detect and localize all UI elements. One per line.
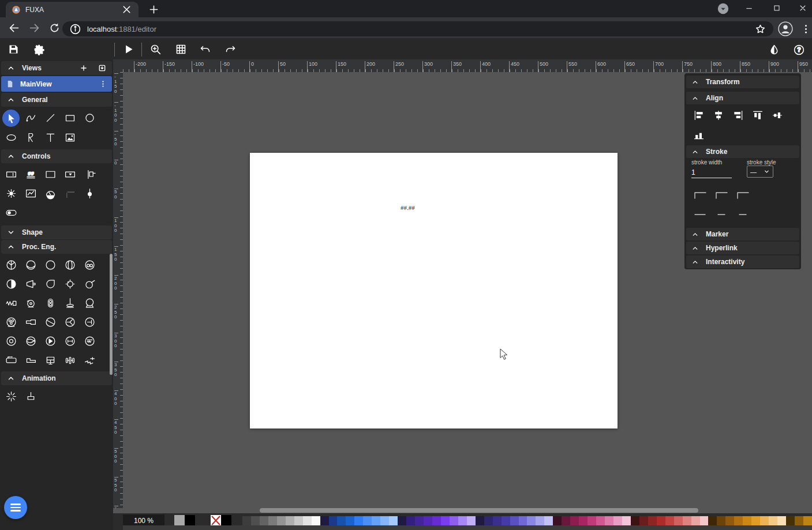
palette-swatch[interactable] (398, 516, 406, 525)
palette-swatch[interactable] (570, 516, 579, 525)
palette-swatch[interactable] (769, 516, 777, 525)
undo-button[interactable] (196, 41, 214, 58)
tool-panel[interactable] (40, 165, 60, 184)
section-header-proc-eng[interactable]: Proc. Eng. (1, 240, 112, 254)
zoom-in-button[interactable] (147, 41, 164, 58)
palette-swatch[interactable] (717, 516, 725, 525)
tool-gauge[interactable] (40, 184, 60, 203)
view-menu-kebab-icon[interactable] (99, 80, 107, 88)
palette-swatch[interactable] (363, 516, 372, 525)
address-bar[interactable]: localhost:1881/editor (62, 21, 773, 36)
palette-swatch[interactable] (631, 516, 639, 525)
sidebar-scrollbar[interactable] (110, 254, 113, 375)
palette-swatch[interactable] (639, 516, 648, 525)
tool-blower[interactable] (40, 275, 60, 294)
palette-swatch[interactable] (329, 516, 338, 525)
browser-menu-icon[interactable] (800, 23, 812, 35)
settings-gear-icon[interactable] (30, 41, 47, 58)
views-section-header[interactable]: Views (1, 61, 112, 75)
palette-swatch[interactable] (476, 516, 484, 525)
tool-vibrator[interactable] (1, 294, 21, 313)
tool-select[interactable] (60, 165, 80, 184)
palette-swatch[interactable] (795, 516, 803, 525)
section-header-shape[interactable]: Shape (1, 225, 112, 239)
tool-tank[interactable] (40, 255, 60, 275)
palette-swatch[interactable] (613, 516, 622, 525)
palette-swatch[interactable] (467, 516, 476, 525)
palette-swatch[interactable] (380, 516, 389, 525)
tool-join-round[interactable] (712, 189, 731, 201)
palette-swatch[interactable] (519, 516, 527, 525)
palette-swatch[interactable] (605, 516, 613, 525)
tool-spinner[interactable] (1, 387, 21, 406)
tool-light[interactable] (1, 184, 21, 203)
palette-swatch[interactable] (510, 516, 519, 525)
tool-cap-square[interactable] (712, 208, 731, 221)
media-control-icon[interactable] (717, 2, 729, 15)
tool-converter[interactable] (60, 275, 80, 294)
palette-swatch[interactable] (312, 516, 320, 525)
palette-swatch[interactable] (415, 516, 424, 525)
tool-rectangle[interactable] (60, 108, 80, 127)
redo-button[interactable] (222, 41, 239, 58)
canvas-value-placeholder[interactable]: ##.## (401, 204, 415, 211)
tab-close-icon[interactable] (121, 3, 133, 16)
palette-swatch[interactable] (588, 516, 596, 525)
tool-separator[interactable] (80, 294, 99, 313)
palette-swatch[interactable] (691, 516, 700, 525)
stroke-color-swatch[interactable] (185, 515, 195, 526)
palette-swatch[interactable] (553, 516, 562, 525)
help-icon[interactable]: ? (790, 41, 807, 58)
tool-cone-crusher[interactable] (40, 332, 60, 351)
tool-column-gauge[interactable] (60, 351, 80, 370)
tool-align-top[interactable] (748, 109, 768, 122)
tool-tank-arcs[interactable] (60, 255, 80, 275)
tool-rotary-valve[interactable] (1, 255, 21, 275)
palette-swatch[interactable] (286, 516, 294, 525)
tool-half-circle[interactable] (1, 275, 21, 294)
palette-swatch[interactable] (683, 516, 691, 525)
tool-extender[interactable] (60, 332, 80, 351)
tool-wave-exchanger[interactable] (21, 332, 40, 351)
tool-slider[interactable] (80, 184, 99, 203)
tool-chart[interactable] (21, 184, 40, 203)
fill-color-swatch[interactable] (174, 515, 185, 526)
palette-swatch[interactable] (337, 516, 346, 525)
palette-swatch[interactable] (674, 516, 683, 525)
add-view-icon[interactable] (80, 64, 88, 72)
section-header-controls[interactable]: Controls (1, 149, 112, 163)
palette-swatch[interactable] (458, 516, 467, 525)
section-header-general[interactable]: General (1, 93, 112, 107)
palette-swatch[interactable] (502, 516, 510, 525)
tool-ellipse[interactable] (1, 128, 21, 147)
no-stroke-swatch[interactable] (221, 515, 231, 526)
palette-swatch[interactable] (242, 516, 251, 525)
theme-invert-icon[interactable] (765, 41, 783, 58)
palette-swatch[interactable] (579, 516, 588, 525)
tool-switch[interactable] (1, 203, 21, 222)
palette-swatch[interactable] (320, 516, 329, 525)
palette-swatch[interactable] (260, 516, 268, 525)
tool-centrifugal-fan[interactable] (21, 294, 40, 313)
palette-swatch[interactable] (708, 516, 717, 525)
tool-nozzle[interactable] (21, 313, 40, 332)
tool-mill[interactable] (1, 313, 21, 332)
window-close-button[interactable] (797, 2, 809, 14)
tool-scoop-pump[interactable] (80, 275, 99, 294)
site-info-icon[interactable] (69, 23, 81, 35)
section-header-stroke[interactable]: Stroke (686, 145, 799, 158)
tool-align-middle-horizontal[interactable] (768, 109, 787, 122)
tool-turbine[interactable] (60, 313, 80, 332)
grid-toggle-button[interactable] (172, 41, 189, 58)
palette-swatch[interactable] (268, 516, 277, 525)
tool-hopper[interactable] (21, 275, 40, 294)
palette-swatch[interactable] (777, 516, 786, 525)
import-view-icon[interactable] (98, 64, 106, 72)
tool-screw-conveyor[interactable] (80, 351, 99, 370)
palette-swatch[interactable] (450, 516, 458, 525)
tool-path-shape[interactable] (21, 128, 40, 147)
palette-swatch[interactable] (346, 516, 354, 525)
tool-join-bevel[interactable] (733, 189, 753, 201)
run-play-button[interactable] (119, 41, 137, 58)
back-icon[interactable] (8, 22, 20, 34)
